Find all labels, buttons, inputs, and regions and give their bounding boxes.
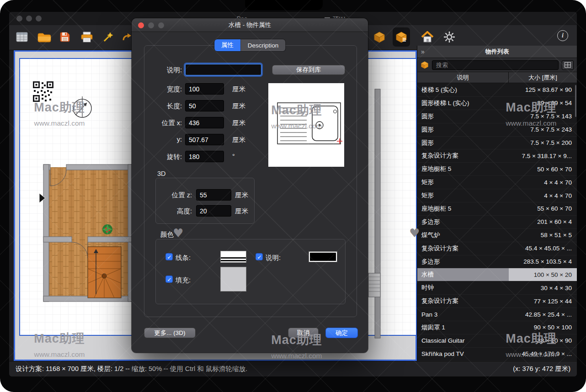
tab-properties[interactable]: 属性	[214, 39, 240, 51]
dialog-traffic-lights[interactable]	[138, 22, 164, 28]
fill-color-checkbox[interactable]	[165, 275, 173, 283]
table-row[interactable]: Classical Guitar38 × 10 × 90	[417, 334, 577, 348]
table-row[interactable]: 矩形4 × 4 × 70	[417, 176, 577, 189]
column-size[interactable]: 大小 [厘米]	[509, 72, 577, 83]
table-row[interactable]: 圆形7.5 × 7.5 × 143	[417, 110, 577, 123]
table-row[interactable]: 复杂设计方案77 × 125 × 44	[417, 295, 577, 308]
zoom-button[interactable]	[36, 16, 42, 21]
object-size: 50 × 60 × 70	[509, 163, 577, 175]
more-3d-button[interactable]: 更多... (3D)	[144, 328, 196, 338]
wand-tool-button[interactable]	[100, 27, 117, 47]
width-input[interactable]	[185, 83, 224, 95]
description-input[interactable]	[185, 64, 261, 75]
table-row[interactable]: 煤气炉58 × 51 × 5	[417, 229, 577, 242]
object-name: 煤气炉	[417, 229, 509, 242]
print-button[interactable]	[78, 27, 96, 47]
collapse-chevrons-icon[interactable]: »	[421, 48, 425, 55]
house-icon	[421, 31, 434, 43]
object-name: 矩形	[417, 176, 509, 189]
table-row[interactable]: 座地橱柜 550 × 60 × 70	[417, 163, 577, 176]
table-row[interactable]: 楼梯 5 (实心)125 × 83.67 × 90	[417, 84, 577, 97]
table-row[interactable]: 圆形楼梯 L (实心)89 × 89 × 54	[417, 97, 577, 110]
table-row[interactable]: 圆形7.5 × 7.5 × 200	[417, 137, 577, 150]
group-3d-label: 3D	[157, 170, 166, 177]
save-icon	[59, 32, 70, 42]
table-row[interactable]: 多边形201 × 60 × 4	[417, 216, 577, 229]
column-name[interactable]: 说明	[417, 72, 509, 83]
object-tool-button[interactable]	[371, 27, 388, 47]
table-row[interactable]: 水槽100 × 50 × 20	[417, 268, 577, 281]
object-size: 4 × 4 × 70	[509, 189, 577, 202]
dialog-titlebar[interactable]: 水槽 - 物件属性	[132, 18, 368, 32]
object-list-toggle-button[interactable]	[393, 27, 410, 47]
traffic-lights[interactable]	[16, 16, 42, 21]
position-z-label: 位置 z:	[157, 191, 192, 200]
length-label: 长度:	[145, 102, 182, 111]
dialog-zoom-button	[158, 22, 164, 28]
object-size: 7.5 × 7.5 × 200	[509, 137, 577, 149]
line-color-checkbox[interactable]	[165, 253, 173, 260]
home-view-button[interactable]	[419, 27, 436, 47]
dialog-title: 水槽 - 物件属性	[229, 21, 271, 29]
caption-color-checkbox[interactable]	[256, 253, 263, 260]
height-label: 高度:	[157, 207, 192, 216]
cancel-button[interactable]: 取消	[288, 328, 319, 338]
fill-color-label: 填充:	[176, 276, 191, 285]
table-row[interactable]: 复杂设计方案45.4 × 45.05 × ...	[417, 242, 577, 255]
object-table-body[interactable]: 楼梯 5 (实心)125 × 83.67 × 90圆形楼梯 L (实心)89 ×…	[417, 84, 577, 361]
object-name: Skříňka pod TV	[417, 348, 509, 360]
object-name: 座地橱柜 5	[417, 202, 509, 215]
table-icon	[16, 32, 28, 42]
table-row[interactable]: 多边形283.5 × 103.5 × 4	[417, 255, 577, 269]
dialog-close-button[interactable]	[138, 22, 144, 28]
object-size: 125 × 83.67 × 90	[509, 84, 577, 96]
search-input[interactable]	[432, 60, 559, 70]
table-row[interactable]: 烟囱罩 190 × 50 × 100	[417, 321, 577, 334]
grid-view-button[interactable]	[562, 60, 574, 70]
object-size: 4 × 4 × 70	[509, 176, 577, 189]
table-tool-button[interactable]	[13, 27, 31, 47]
scrollbar[interactable]	[575, 85, 576, 117]
height-input[interactable]	[196, 205, 231, 217]
settings-button[interactable]	[441, 27, 458, 47]
printer-icon	[80, 32, 93, 42]
object-name: 圆形楼梯 L (实心)	[417, 97, 509, 110]
open-file-button[interactable]	[36, 27, 53, 47]
position-y-unit: 厘米	[232, 136, 245, 144]
ok-button[interactable]: 确定	[325, 328, 358, 338]
position-x-input[interactable]	[185, 117, 224, 128]
save-button[interactable]	[56, 27, 74, 47]
object-name: 圆形	[417, 123, 509, 136]
fill-color-swatch[interactable]	[220, 267, 246, 291]
object-name: 多边形	[417, 216, 509, 228]
table-row[interactable]: 时钟30 × 4 × 30	[417, 281, 577, 295]
position-z-input[interactable]	[196, 189, 231, 201]
table-row[interactable]: 矩形4 × 4 × 70	[417, 189, 577, 202]
position-x-unit: 厘米	[232, 119, 245, 127]
rotation-input[interactable]	[185, 151, 224, 162]
group-color-box	[155, 239, 346, 304]
minimize-button[interactable]	[26, 16, 32, 21]
object-name: 复杂设计方案	[417, 242, 509, 255]
length-input[interactable]	[185, 100, 224, 111]
object-name: 圆形	[417, 137, 509, 149]
table-row[interactable]: 圆形7.5 × 7.5 × 243	[417, 123, 577, 137]
tab-description[interactable]: Description	[240, 39, 286, 51]
close-button[interactable]	[16, 16, 22, 21]
save-to-library-button[interactable]: 保存到库	[272, 65, 345, 75]
position-y-input[interactable]	[185, 134, 224, 145]
rotation-label: 旋转:	[145, 153, 182, 161]
cube-icon	[421, 61, 429, 69]
object-size: 201 × 60 × 4	[509, 216, 577, 228]
table-row[interactable]: Pan 342.85 × 25.4 × ...	[417, 308, 577, 321]
object-size: 77 × 125 × 44	[509, 295, 577, 307]
object-list-panel: » 物件列表 说明 大小 [厘米] 楼梯 5 (实心)125 × 83.67 ×…	[417, 46, 577, 361]
table-row[interactable]: Skříňka pod TV45.49 × 176.9 × ...	[417, 348, 577, 361]
info-button[interactable]: i	[557, 30, 568, 41]
table-header[interactable]: 说明 大小 [厘米]	[417, 72, 577, 83]
caption-color-swatch[interactable]	[309, 252, 337, 262]
line-color-swatch[interactable]	[220, 251, 246, 263]
table-row[interactable]: 复杂设计方案7.5 × 318.17 × 9...	[417, 149, 577, 163]
table-row[interactable]: 座地橱柜 555 × 60 × 70	[417, 202, 577, 216]
object-size: 7.5 × 7.5 × 143	[509, 110, 577, 123]
